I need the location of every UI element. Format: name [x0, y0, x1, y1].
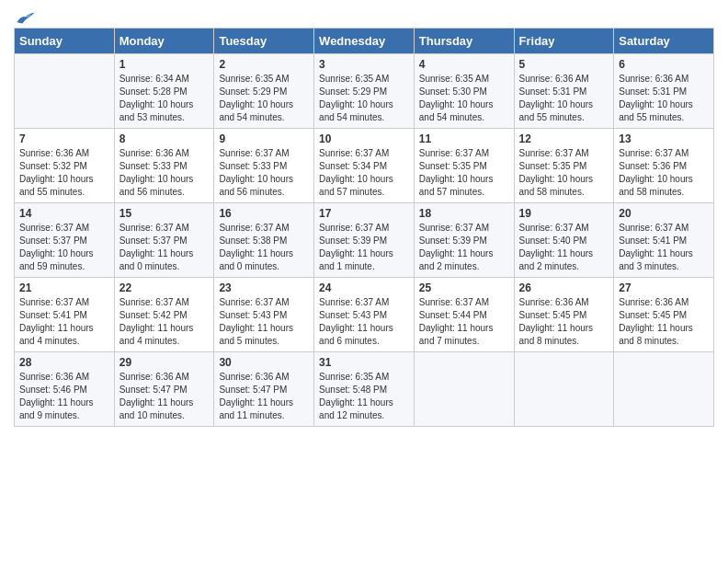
day-info: Sunrise: 6:34 AM Sunset: 5:28 PM Dayligh… — [119, 73, 210, 124]
day-number: 19 — [519, 207, 609, 220]
column-header-tuesday: Tuesday — [214, 29, 314, 54]
day-info: Sunrise: 6:37 AM Sunset: 5:34 PM Dayligh… — [319, 147, 409, 199]
column-header-friday: Friday — [514, 29, 614, 54]
day-number: 10 — [319, 132, 409, 145]
day-info: Sunrise: 6:36 AM Sunset: 5:46 PM Dayligh… — [19, 371, 109, 422]
calendar-cell: 6Sunrise: 6:36 AM Sunset: 5:31 PM Daylig… — [614, 54, 714, 129]
day-number: 16 — [219, 207, 309, 220]
day-info: Sunrise: 6:37 AM Sunset: 5:35 PM Dayligh… — [519, 147, 609, 199]
calendar-cell: 8Sunrise: 6:36 AM Sunset: 5:33 PM Daylig… — [114, 129, 214, 203]
day-info: Sunrise: 6:36 AM Sunset: 5:31 PM Dayligh… — [619, 73, 709, 124]
calendar-cell: 18Sunrise: 6:37 AM Sunset: 5:39 PM Dayli… — [414, 203, 514, 278]
day-info: Sunrise: 6:37 AM Sunset: 5:35 PM Dayligh… — [419, 147, 509, 199]
calendar-cell: 11Sunrise: 6:37 AM Sunset: 5:35 PM Dayli… — [414, 129, 514, 203]
week-row-4: 21Sunrise: 6:37 AM Sunset: 5:41 PM Dayli… — [15, 278, 714, 352]
header — [14, 9, 714, 22]
day-info: Sunrise: 6:35 AM Sunset: 5:48 PM Dayligh… — [319, 371, 409, 422]
day-info: Sunrise: 6:37 AM Sunset: 5:37 PM Dayligh… — [119, 222, 210, 273]
day-number: 21 — [19, 282, 109, 294]
column-header-thursday: Thursday — [414, 29, 514, 54]
calendar-cell: 19Sunrise: 6:37 AM Sunset: 5:40 PM Dayli… — [514, 203, 614, 278]
day-number: 3 — [319, 58, 409, 71]
day-number: 28 — [19, 356, 109, 369]
column-header-sunday: Sunday — [15, 29, 115, 54]
logo-bird-icon — [16, 9, 36, 26]
calendar-cell: 1Sunrise: 6:34 AM Sunset: 5:28 PM Daylig… — [114, 54, 214, 129]
day-info: Sunrise: 6:37 AM Sunset: 5:38 PM Dayligh… — [219, 222, 309, 273]
day-info: Sunrise: 6:37 AM Sunset: 5:43 PM Dayligh… — [319, 296, 409, 348]
day-number: 14 — [19, 207, 109, 220]
day-number: 2 — [219, 58, 309, 71]
calendar-cell: 5Sunrise: 6:36 AM Sunset: 5:31 PM Daylig… — [514, 54, 614, 129]
logo — [14, 9, 36, 22]
day-number: 29 — [119, 356, 210, 369]
calendar-cell: 28Sunrise: 6:36 AM Sunset: 5:46 PM Dayli… — [15, 352, 115, 427]
calendar-cell: 4Sunrise: 6:35 AM Sunset: 5:30 PM Daylig… — [414, 54, 514, 129]
day-number: 9 — [219, 132, 309, 145]
day-number: 1 — [119, 58, 210, 71]
day-number: 24 — [319, 282, 409, 294]
column-header-saturday: Saturday — [614, 29, 714, 54]
day-number: 8 — [119, 132, 210, 145]
week-row-2: 7Sunrise: 6:36 AM Sunset: 5:32 PM Daylig… — [15, 129, 714, 203]
day-number: 6 — [619, 58, 709, 71]
calendar-cell: 14Sunrise: 6:37 AM Sunset: 5:37 PM Dayli… — [15, 203, 115, 278]
calendar-cell: 31Sunrise: 6:35 AM Sunset: 5:48 PM Dayli… — [314, 352, 415, 427]
day-number: 30 — [219, 356, 309, 369]
day-number: 7 — [19, 132, 109, 145]
calendar-cell: 16Sunrise: 6:37 AM Sunset: 5:38 PM Dayli… — [214, 203, 314, 278]
day-info: Sunrise: 6:37 AM Sunset: 5:36 PM Dayligh… — [619, 147, 709, 199]
day-info: Sunrise: 6:35 AM Sunset: 5:30 PM Dayligh… — [419, 73, 509, 124]
day-info: Sunrise: 6:37 AM Sunset: 5:43 PM Dayligh… — [219, 296, 309, 348]
day-info: Sunrise: 6:37 AM Sunset: 5:33 PM Dayligh… — [219, 147, 309, 199]
day-info: Sunrise: 6:36 AM Sunset: 5:45 PM Dayligh… — [619, 296, 709, 348]
calendar-cell: 3Sunrise: 6:35 AM Sunset: 5:29 PM Daylig… — [314, 54, 415, 129]
day-number: 17 — [319, 207, 409, 220]
calendar-cell: 20Sunrise: 6:37 AM Sunset: 5:41 PM Dayli… — [614, 203, 714, 278]
calendar-cell: 13Sunrise: 6:37 AM Sunset: 5:36 PM Dayli… — [614, 129, 714, 203]
calendar-cell: 30Sunrise: 6:36 AM Sunset: 5:47 PM Dayli… — [214, 352, 314, 427]
day-info: Sunrise: 6:37 AM Sunset: 5:39 PM Dayligh… — [419, 222, 509, 273]
calendar-cell: 12Sunrise: 6:37 AM Sunset: 5:35 PM Dayli… — [514, 129, 614, 203]
day-info: Sunrise: 6:36 AM Sunset: 5:47 PM Dayligh… — [119, 371, 210, 422]
day-info: Sunrise: 6:35 AM Sunset: 5:29 PM Dayligh… — [319, 73, 409, 124]
day-number: 25 — [419, 282, 509, 294]
week-row-5: 28Sunrise: 6:36 AM Sunset: 5:46 PM Dayli… — [15, 352, 714, 427]
calendar-cell: 9Sunrise: 6:37 AM Sunset: 5:33 PM Daylig… — [214, 129, 314, 203]
day-number: 31 — [319, 356, 409, 369]
day-number: 23 — [219, 282, 309, 294]
calendar-cell: 26Sunrise: 6:36 AM Sunset: 5:45 PM Dayli… — [514, 278, 614, 352]
day-info: Sunrise: 6:36 AM Sunset: 5:47 PM Dayligh… — [219, 371, 309, 422]
calendar-cell: 23Sunrise: 6:37 AM Sunset: 5:43 PM Dayli… — [214, 278, 314, 352]
day-number: 5 — [519, 58, 609, 71]
day-number: 4 — [419, 58, 509, 71]
day-info: Sunrise: 6:37 AM Sunset: 5:42 PM Dayligh… — [119, 296, 210, 348]
week-row-3: 14Sunrise: 6:37 AM Sunset: 5:37 PM Dayli… — [15, 203, 714, 278]
calendar-cell: 24Sunrise: 6:37 AM Sunset: 5:43 PM Dayli… — [314, 278, 415, 352]
day-info: Sunrise: 6:37 AM Sunset: 5:41 PM Dayligh… — [19, 296, 109, 348]
calendar-table: SundayMondayTuesdayWednesdayThursdayFrid… — [14, 28, 714, 427]
calendar-cell: 25Sunrise: 6:37 AM Sunset: 5:44 PM Dayli… — [414, 278, 514, 352]
day-info: Sunrise: 6:37 AM Sunset: 5:40 PM Dayligh… — [519, 222, 609, 273]
day-info: Sunrise: 6:36 AM Sunset: 5:32 PM Dayligh… — [19, 147, 109, 199]
calendar-cell: 7Sunrise: 6:36 AM Sunset: 5:32 PM Daylig… — [15, 129, 115, 203]
calendar-cell: 21Sunrise: 6:37 AM Sunset: 5:41 PM Dayli… — [15, 278, 115, 352]
day-info: Sunrise: 6:37 AM Sunset: 5:37 PM Dayligh… — [19, 222, 109, 273]
calendar-cell: 2Sunrise: 6:35 AM Sunset: 5:29 PM Daylig… — [214, 54, 314, 129]
day-info: Sunrise: 6:35 AM Sunset: 5:29 PM Dayligh… — [219, 73, 309, 124]
calendar-cell — [414, 352, 514, 427]
day-info: Sunrise: 6:36 AM Sunset: 5:45 PM Dayligh… — [519, 296, 609, 348]
day-number: 15 — [119, 207, 210, 220]
day-info: Sunrise: 6:37 AM Sunset: 5:41 PM Dayligh… — [619, 222, 709, 273]
calendar-cell: 15Sunrise: 6:37 AM Sunset: 5:37 PM Dayli… — [114, 203, 214, 278]
day-info: Sunrise: 6:36 AM Sunset: 5:33 PM Dayligh… — [119, 147, 210, 199]
calendar-cell: 27Sunrise: 6:36 AM Sunset: 5:45 PM Dayli… — [614, 278, 714, 352]
day-info: Sunrise: 6:36 AM Sunset: 5:31 PM Dayligh… — [519, 73, 609, 124]
day-number: 18 — [419, 207, 509, 220]
calendar-cell: 10Sunrise: 6:37 AM Sunset: 5:34 PM Dayli… — [314, 129, 415, 203]
column-header-monday: Monday — [114, 29, 214, 54]
calendar-cell: 17Sunrise: 6:37 AM Sunset: 5:39 PM Dayli… — [314, 203, 415, 278]
calendar-cell — [514, 352, 614, 427]
calendar-cell: 29Sunrise: 6:36 AM Sunset: 5:47 PM Dayli… — [114, 352, 214, 427]
calendar-cell — [614, 352, 714, 427]
